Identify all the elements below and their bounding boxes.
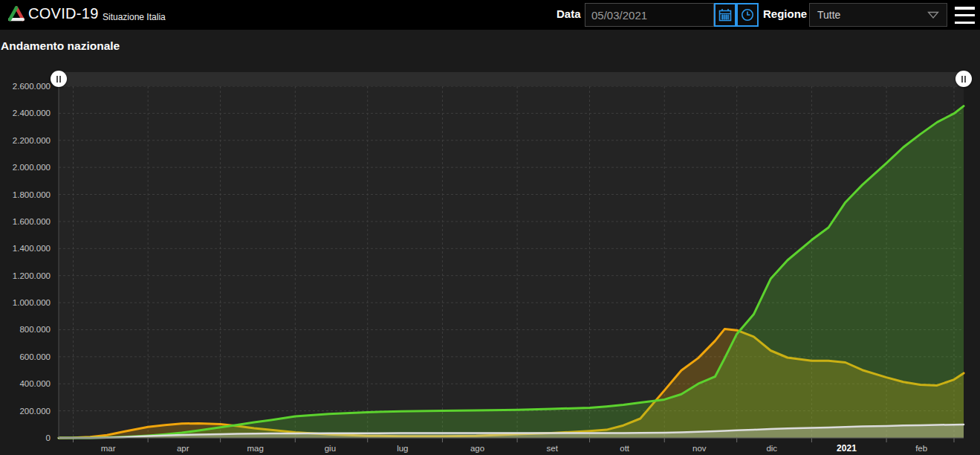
x-axis-label: set [547,444,559,453]
time-range-slider-track[interactable] [59,72,964,86]
region-select[interactable]: Tutte [809,3,947,27]
x-axis-label: mag [247,444,264,453]
chevron-down-icon [927,11,939,19]
x-axis-label: mar [101,444,116,453]
y-axis-label: 600.000 [19,352,51,361]
menu-line [955,22,975,25]
y-axis-label: 800.000 [19,325,51,334]
region-select-value: Tutte [817,9,840,21]
panel-title: Andamento nazionale [1,39,120,53]
x-axis-label: apr [177,444,189,453]
app-subtitle: Situazione Italia [103,12,166,22]
slider-grip-icon [961,76,966,83]
slider-grip-icon [56,76,61,83]
menu-line [955,14,975,17]
x-axis-label: ott [620,444,630,453]
y-axis-label: 1.000.000 [13,298,51,307]
date-label: Data [556,7,581,20]
calendar-icon [718,7,733,22]
y-axis-label: 2.400.000 [13,109,51,117]
time-slider-handle-left[interactable] [51,71,67,87]
clock-icon [740,7,755,22]
y-axis-label: 2.000.000 [13,163,51,172]
y-axis-label: 1.200.000 [13,271,51,280]
y-axis-label: 1.600.000 [13,217,51,226]
menu-line [955,7,975,10]
chart-svg: 0200.000400.000600.000800.0001.000.0001.… [0,0,980,455]
app-header: COVID-19 Situazione Italia Data Regione … [0,0,980,30]
x-axis-label: giu [325,444,336,453]
x-axis-label: feb [915,444,927,453]
app-title: COVID-19 [28,5,99,22]
x-axis-label: dic [766,444,777,453]
menu-button[interactable] [955,7,975,24]
region-label: Regione [763,7,807,20]
x-axis-label: ago [470,444,484,453]
time-slider-handle-right[interactable] [955,71,972,87]
x-axis-label: nov [692,444,707,453]
x-axis-label: 2021 [837,443,857,454]
calendar-button[interactable] [714,3,736,27]
y-axis-label: 0 [46,433,51,442]
y-axis-label: 2.200.000 [13,136,51,145]
y-axis-label: 200.000 [19,407,51,416]
date-input[interactable] [585,3,714,27]
y-axis-label: 1.400.000 [13,244,51,253]
protezione-civile-logo [6,4,27,26]
y-axis-label: 2.600.000 [13,82,51,91]
time-button[interactable] [736,3,759,27]
y-axis-label: 1.800.000 [13,190,51,199]
x-axis-label: lug [397,444,408,453]
y-axis-label: 400.000 [19,379,51,388]
